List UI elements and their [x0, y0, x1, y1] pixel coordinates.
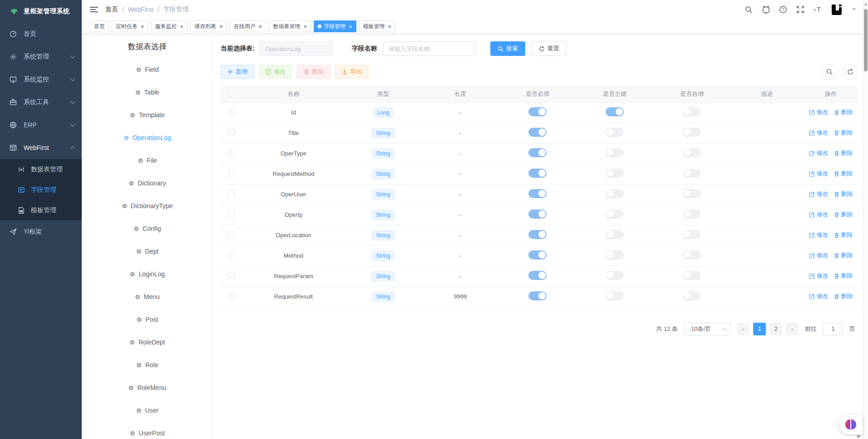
tree-item-DictionaryType[interactable]: ⚙DictionaryType [82, 195, 213, 217]
auto-increment-switch-off[interactable] [683, 169, 701, 178]
row-edit-link[interactable]: 修改 [809, 190, 829, 198]
row-checkbox[interactable] [228, 150, 235, 156]
select-all-checkbox[interactable] [228, 90, 235, 96]
auto-increment-switch-off[interactable] [683, 271, 701, 280]
tree-item-RoleDept[interactable]: ⚙RoleDept [82, 331, 213, 354]
tree-item-RoleMenu[interactable]: ⚙RoleMenu [82, 376, 213, 399]
field-name-input[interactable] [383, 41, 476, 56]
tree-item-Post[interactable]: ⚙Post [82, 308, 213, 331]
required-switch-on[interactable] [528, 291, 547, 300]
auto-increment-switch-off[interactable] [683, 107, 701, 116]
auto-increment-switch-off[interactable] [683, 250, 701, 259]
primary-key-switch-off[interactable] [606, 291, 624, 300]
auto-increment-switch-off[interactable] [683, 210, 701, 219]
scroll-up-icon[interactable] [864, 3, 868, 5]
row-edit-link[interactable]: 修改 [809, 272, 829, 280]
primary-key-switch-off[interactable] [606, 148, 624, 157]
ai-assistant-button[interactable] [839, 415, 863, 434]
primary-key-switch-off[interactable] [606, 128, 624, 137]
sidebar-item-ERP[interactable]: ERP [0, 114, 82, 136]
auto-increment-switch-off[interactable] [683, 189, 701, 198]
tab-定时任务[interactable]: 定时任务× [112, 20, 148, 32]
sidebar-item-首页[interactable]: 首页 [0, 23, 82, 45]
tree-item-UserPost[interactable]: ⚙UserPost [82, 422, 213, 439]
tree-item-Field[interactable]: ⚙Field [82, 58, 213, 81]
next-page-button[interactable]: › [786, 323, 799, 335]
row-edit-link[interactable]: 修改 [809, 129, 829, 137]
tab-模板管理[interactable]: 模板管理× [359, 20, 396, 32]
row-checkbox[interactable] [228, 231, 235, 238]
row-edit-link[interactable]: 修改 [809, 292, 829, 300]
row-edit-link[interactable]: 修改 [809, 231, 829, 239]
row-delete-link[interactable]: 删除 [834, 170, 853, 178]
row-delete-link[interactable]: 删除 [834, 272, 853, 280]
row-edit-link[interactable]: 修改 [809, 149, 829, 157]
row-edit-link[interactable]: 修改 [809, 210, 829, 219]
tree-item-File[interactable]: ⚙File [82, 149, 213, 172]
add-button[interactable]: 新增 [221, 65, 254, 79]
tab-服务监控[interactable]: 服务监控× [151, 20, 188, 32]
row-delete-link[interactable]: 删除 [834, 210, 853, 219]
close-icon[interactable]: × [303, 24, 307, 30]
row-checkbox[interactable] [228, 211, 235, 217]
show-search-button[interactable] [822, 64, 837, 80]
close-icon[interactable]: × [219, 24, 223, 30]
tree-item-Table[interactable]: ⚙Table [82, 81, 213, 104]
row-delete-link[interactable]: 删除 [834, 231, 853, 239]
row-checkbox[interactable] [228, 293, 235, 299]
page-button-1[interactable]: 1 [753, 323, 766, 335]
row-delete-link[interactable]: 删除 [834, 251, 853, 259]
scrollbar[interactable] [863, 0, 868, 439]
fullscreen-icon[interactable] [796, 5, 805, 14]
help-icon[interactable]: ? [779, 5, 788, 14]
avatar-dropdown-caret-icon[interactable] [852, 8, 856, 11]
primary-key-switch-on[interactable] [606, 107, 624, 116]
tree-item-Dictionary[interactable]: ⚙Dictionary [82, 172, 213, 195]
row-checkbox[interactable] [228, 129, 235, 135]
export-button[interactable]: 导出 [335, 65, 369, 79]
required-switch-on[interactable] [528, 271, 547, 280]
required-switch-on[interactable] [528, 230, 547, 239]
primary-key-switch-off[interactable] [606, 169, 624, 178]
edit-button[interactable]: 修改 [259, 65, 292, 79]
row-checkbox[interactable] [228, 272, 235, 279]
font-size-icon[interactable]: T T [813, 5, 822, 14]
delete-button[interactable]: 删除 [297, 65, 330, 79]
reset-button[interactable]: 重置 [532, 41, 567, 56]
required-switch-on[interactable] [528, 148, 547, 157]
row-edit-link[interactable]: 修改 [809, 170, 829, 178]
row-delete-link[interactable]: 删除 [834, 292, 853, 300]
tree-item-OperationLog[interactable]: ⚙OperationLog [82, 126, 213, 149]
tab-在线用户[interactable]: 在线用户× [230, 20, 266, 32]
breadcrumb-item[interactable]: 首页 [105, 5, 118, 14]
tab-字段管理[interactable]: 字段管理× [314, 20, 356, 32]
tree-item-Template[interactable]: ⚙Template [82, 104, 213, 126]
tree-item-Dept[interactable]: ⚙Dept [82, 240, 213, 263]
sidebar-item-字段管理[interactable]: 字段管理 [0, 180, 82, 200]
app-logo[interactable]: 意框架管理系统 [0, 0, 82, 23]
sidebar-item-系统管理[interactable]: 系统管理 [0, 45, 82, 68]
tree-item-Role[interactable]: ⚙Role [82, 354, 213, 376]
auto-increment-switch-off[interactable] [683, 128, 701, 137]
search-button[interactable]: 搜索 [490, 41, 525, 56]
tree-item-Menu[interactable]: ⚙Menu [82, 285, 213, 308]
required-switch-on[interactable] [528, 169, 547, 178]
sidebar-item-Yi框架[interactable]: Yi框架 [0, 220, 82, 243]
row-checkbox[interactable] [228, 252, 235, 258]
required-switch-on[interactable] [528, 250, 547, 259]
tree-item-LoginLog[interactable]: ⚙LoginLog [82, 263, 213, 285]
primary-key-switch-off[interactable] [606, 189, 624, 198]
page-button-2[interactable]: 2 [769, 323, 782, 335]
primary-key-switch-off[interactable] [606, 230, 624, 239]
primary-key-switch-off[interactable] [606, 271, 624, 280]
auto-increment-switch-off[interactable] [683, 230, 701, 239]
row-checkbox[interactable] [228, 109, 235, 115]
auto-increment-switch-off[interactable] [683, 148, 701, 157]
row-checkbox[interactable] [228, 170, 235, 176]
close-icon[interactable]: × [349, 24, 352, 30]
page-size-select[interactable]: 10条/页 [684, 323, 730, 335]
tree-item-User[interactable]: ⚙User [82, 399, 213, 422]
tab-数据表管理[interactable]: 数据表管理× [269, 20, 311, 32]
scrollbar-thumb[interactable] [864, 9, 868, 71]
close-icon[interactable]: × [388, 24, 392, 30]
